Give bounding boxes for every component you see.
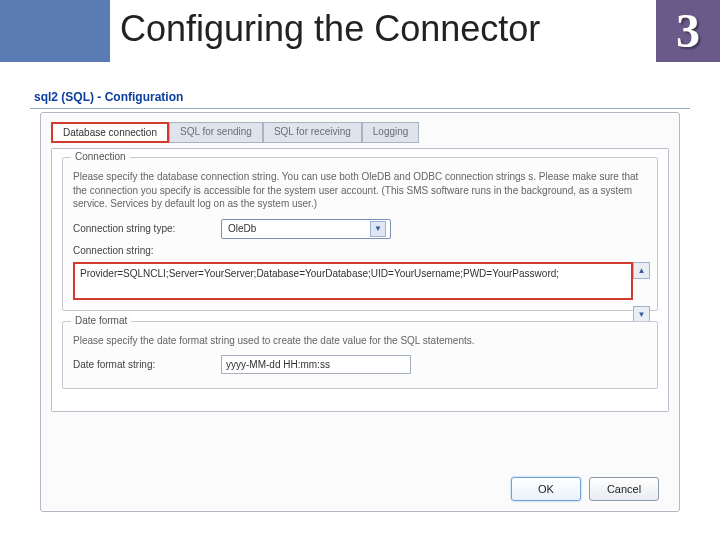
cancel-button[interactable]: Cancel bbox=[589, 477, 659, 501]
connection-type-value: OleDb bbox=[228, 223, 256, 234]
connection-string-label: Connection string: bbox=[73, 245, 213, 256]
connection-type-label: Connection string type: bbox=[73, 223, 213, 234]
date-format-group: Date format Please specify the date form… bbox=[62, 321, 658, 390]
connection-legend: Connection bbox=[71, 151, 130, 162]
screenshot-area: sql2 (SQL) - Configuration Database conn… bbox=[30, 88, 690, 518]
connection-help-text: Please specify the database connection s… bbox=[73, 170, 647, 211]
date-format-input[interactable] bbox=[221, 355, 411, 374]
connection-string-wrapper: ▲ ▼ bbox=[73, 262, 647, 302]
ok-button[interactable]: OK bbox=[511, 477, 581, 501]
tab-logging[interactable]: Logging bbox=[362, 122, 420, 143]
date-format-legend: Date format bbox=[71, 315, 131, 326]
date-format-help-text: Please specify the date format string us… bbox=[73, 334, 647, 348]
connection-type-row: Connection string type: OleDb ▼ bbox=[73, 219, 647, 239]
scroll-down-icon[interactable]: ▼ bbox=[633, 306, 650, 323]
connection-string-input[interactable] bbox=[73, 262, 633, 300]
tab-bar: Database connection SQL for sending SQL … bbox=[51, 121, 669, 142]
slide-title: Configuring the Connector bbox=[120, 8, 540, 50]
slide-header: Configuring the Connector 3 bbox=[0, 0, 720, 70]
scroll-up-icon[interactable]: ▲ bbox=[633, 262, 650, 279]
connection-group: Connection Please specify the database c… bbox=[62, 157, 658, 311]
dialog-button-row: OK Cancel bbox=[511, 477, 659, 501]
window-title: sql2 (SQL) - Configuration bbox=[30, 88, 690, 106]
tab-database-connection[interactable]: Database connection bbox=[51, 122, 169, 143]
connection-type-select[interactable]: OleDb ▼ bbox=[221, 219, 391, 239]
chevron-down-icon: ▼ bbox=[370, 221, 386, 237]
connection-string-row: Connection string: bbox=[73, 245, 647, 256]
tab-sql-receiving[interactable]: SQL for receiving bbox=[263, 122, 362, 143]
divider bbox=[30, 108, 690, 109]
tab-panel: Connection Please specify the database c… bbox=[51, 148, 669, 412]
date-format-row: Date format string: bbox=[73, 355, 647, 374]
decorative-blue-block bbox=[0, 0, 110, 62]
tab-sql-sending[interactable]: SQL for sending bbox=[169, 122, 263, 143]
slide-number-badge: 3 bbox=[656, 0, 720, 62]
date-format-label: Date format string: bbox=[73, 359, 213, 370]
configuration-dialog: Database connection SQL for sending SQL … bbox=[40, 112, 680, 512]
